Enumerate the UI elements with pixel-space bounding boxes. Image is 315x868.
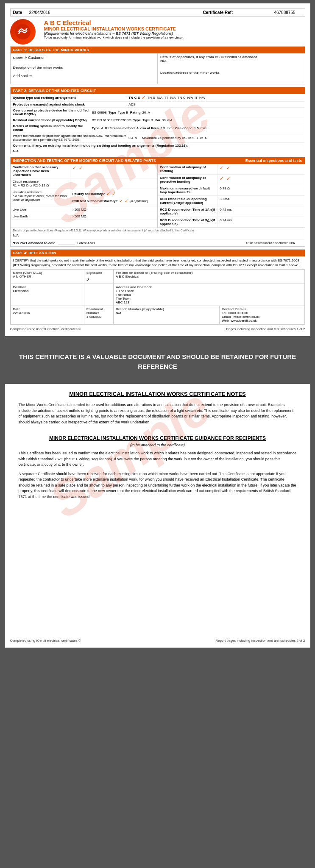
polarity-check1: ✓ [106,191,110,197]
live-earth-unit: MΩ [81,214,86,218]
wiring-cpc-label: Csa of cpc [175,126,192,130]
date-cert-row: Date 22/04/2016 Certificate Ref: 4678887… [10,8,305,17]
rcd-row: Residual current device (if applicable) … [11,117,305,123]
r1r2-unit: Ω [26,184,28,187]
date-label: Date [13,10,22,15]
position-value: Electrician [13,289,82,293]
insulation-note: * In a multi-phase circuit, record the l… [13,195,67,201]
live-live-value-cell: >500 MΩ [70,206,157,213]
insp3-checks: ✓ ✓ [217,175,304,185]
notes-title: MINOR ELECTRICAL INSTALLATION WORKS CERT… [19,391,297,397]
essential-label: Essential inspections and tests [245,159,302,163]
behalf-label: For and on behalf of (Trading title of c… [116,271,302,275]
max-zs-label: Maximum Zs permitted by BS 7671 [142,136,195,140]
insp1-check1: ✓ [72,165,76,170]
circuit-r-label: Circuit resistance R1 + R2 Ω or R2 0.12 … [11,178,70,189]
wiring-type-value: A [101,126,103,130]
wiring-cpc-value: 1.5 [194,126,199,130]
wiring-csa-label: csa of lives [140,126,159,130]
notes-text: The Minor Works Certificate is intended … [19,402,297,425]
overcurrent-row: Over current protective device for the m… [11,108,305,117]
tt-label: TT [164,96,168,100]
it-label: IT [195,96,198,100]
risk-value: N/A [290,241,302,245]
circuit-r-text: Circuit resistance [13,180,39,184]
comments-label: Comments, if any, on existing installati… [13,144,188,147]
tnc-label: TN-C [178,96,186,100]
email-value: info@icertifi.co.uk [233,315,259,319]
sig-row-2: Position Electrician Address and Postcod… [11,284,304,306]
system-values: TN-C-S ✓ TN-S N/A TT N/A TN-C N/A IT N/A [128,95,302,100]
insulation-right: Polarity satisfactory? ✓ ✓ RCD test butt… [70,189,157,206]
protective-label: Protective measure(s) against electric s… [13,103,129,106]
inspection-header: INSPECTION AND TESTING OF THE MODIFIED C… [11,157,305,164]
rcd-disc2-value-cell: 0.24 ms [217,217,304,227]
tel-label: Tel [222,311,226,315]
wiring-csa-value: 2.5 [160,126,165,130]
tns-val: N/A [157,96,162,100]
departures-value: N/A [160,59,302,65]
page-2: Sample THIS CERTIFICATE IS A VALUABLE DO… [5,339,310,648]
sig-row-1: Name (CAPITALS) A N OTHER Signature 𝓈 Fo… [11,270,304,284]
page1-footer: Completed using iCertifi electrical cert… [10,327,305,331]
rcd-test-check2: ✓ [125,198,128,204]
sig-table: Name (CAPITALS) A N OTHER Signature 𝓈 Fo… [11,269,305,324]
desc-label: Description of the minor works [13,66,155,70]
rcd-disc2-unit: ms [227,218,232,222]
max-earth-value: 0.78 [220,186,226,190]
behalf-cell: For and on behalf of (Trading title of c… [114,270,304,284]
contact-cell: Contact Details Tel 0000 000000 Email in… [220,306,304,324]
part1-right: Details of departures, if any, from BS 7… [158,53,305,84]
location-value [160,75,302,81]
amd-label: Latest AMD [78,241,95,245]
insp2-label: Confirmation of adequacy of earthing [158,164,217,174]
sig-cell: Signature 𝓈 [84,270,113,284]
overcurrent-type-value: Type B [118,111,128,114]
insp3-check1: ✓ [220,176,223,181]
circuit-r-row: Circuit resistance R1 + R2 Ω or R2 0.12 … [11,178,158,189]
address-label: Address and Postcode [116,285,302,289]
tncs-check: ✓ [142,95,145,100]
wiring-values: Type A Reference method A csa of lives 2… [92,126,302,130]
rcd-rated-label: RCD rated residual operating current (1△… [158,196,217,206]
part4-header: PART 4: DECLARATION [11,250,305,256]
wiring-cpc-unit: mm² [201,126,207,130]
contact-details: Tel 0000 000000 Email info@icertifi.co.u… [222,311,302,323]
footer-right-1: Pages including inspection and test sche… [226,327,305,331]
departures-field: Details of departures, if any, from BS 7… [160,55,302,65]
live-earth-row: Live-Earth >500 MΩ [11,213,158,220]
insp1-check2: ✓ [79,165,83,170]
live-earth-value-cell: >500 MΩ [70,213,157,220]
rcd-ian-unit: mA [167,118,173,122]
polarity-label: Polarity satisfactory? [72,192,105,196]
footer-left-1: Completed using iCertifi electrical cert… [10,327,81,331]
rcd-ian-value: 30 [162,118,166,122]
it-val: N/A [199,96,205,100]
protective-value: ADS [128,103,135,106]
part1-content: Client: A Customer Description of the mi… [11,53,305,84]
tncs-label: TN-C-S [128,96,140,100]
part1-header: PART 1: DETAILS OF THE MINOR WORKS [11,47,305,53]
address-cell: Address and Postcode 1 The Place The Roa… [114,284,304,306]
r1r2-label: R1 + R2 [13,184,25,187]
sig-label: Signature [86,271,111,275]
rcd-rated-value-cell: 30 mA [217,196,304,206]
insp2-check1: ✓ [220,165,223,170]
branch-cell: Branch Number (if applicable) N/A [114,306,220,324]
rcd-ian-label: IΔn [155,118,160,122]
rcd-disc1-row: RCD Disconnection Time at 1△n(if applica… [158,206,305,217]
tnc-val: N/A [187,96,193,100]
page-1: Sample Date 22/04/2016 Certificate Ref: … [5,3,310,336]
max-zs-value: 1.75 [197,136,203,140]
max-earth-unit: Ω [227,186,230,190]
page2-spacer [10,510,305,637]
comments-row: Comments, if any, on existing installati… [11,143,305,154]
date-sig-cell: Date 22/04/2016 [11,306,84,324]
contact-label: Contact Details [222,307,302,311]
guidance-title: MINOR ELECTRICAL INSTALLATION WORKS CERT… [19,435,297,441]
wiring-ref-value: A [137,126,139,130]
address-value: 1 The Place The Road The Town ABC 123 [116,289,302,304]
banner-section: THIS CERTIFICATE IS A VALUABLE DOCUMENT … [5,339,310,384]
protection-values: 0.4 s Maximum Zs permitted by BS 7671 1.… [128,136,302,140]
company-name: A B C Electrical [44,19,305,26]
